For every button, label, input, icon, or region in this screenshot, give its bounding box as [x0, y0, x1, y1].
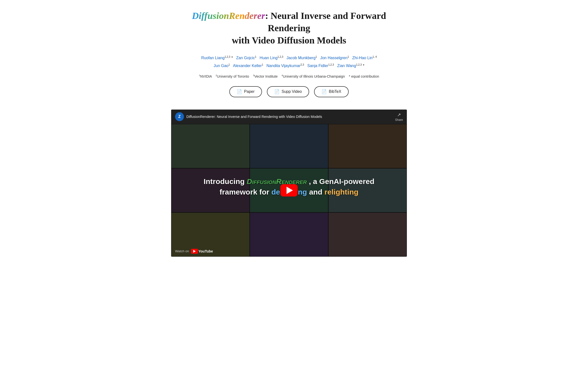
yt-logo-rect: [191, 249, 198, 254]
author-link-zhihao[interactable]: Zhi-Hao Lin: [352, 56, 373, 60]
supp-video-icon: 📄: [274, 89, 280, 94]
author-link-jun[interactable]: Jun Gao: [214, 64, 228, 68]
page-container: DiffusionRenderer: Neural Inverse and Fo…: [171, 10, 407, 257]
author-zian[interactable]: Zian Wang1,2,3 *: [337, 64, 364, 68]
video-header: Z DiffusionRenderer: Neural Inverse and …: [171, 109, 407, 124]
author-jacob[interactable]: Jacob Munkberg1: [287, 56, 320, 60]
author-link-ruofan[interactable]: Ruofan Liang: [201, 56, 224, 60]
affiliations: 1NVIDIA 2University of Toronto 3Vector I…: [199, 74, 379, 78]
author-link-jon[interactable]: Jon Hasselgren: [320, 56, 347, 60]
author-link-sanja[interactable]: Sanja Fidler: [307, 64, 328, 68]
watch-on-text: Watch on: [175, 249, 189, 253]
yt-play-icon: [193, 250, 196, 253]
paper-button[interactable]: 📄 Paper: [229, 86, 262, 97]
author-link-zan[interactable]: Zan Gojcic: [236, 56, 255, 60]
title-section: DiffusionRenderer: Neural Inverse and Fo…: [171, 10, 407, 47]
supp-video-label: Supp Video: [282, 89, 302, 94]
title-line2: with Video Diffusion Models: [171, 34, 407, 47]
author-link-jacob[interactable]: Jacob Munkberg: [287, 56, 316, 60]
author-ruofan[interactable]: Ruofan Liang1,2,3 *: [201, 56, 236, 60]
channel-avatar: Z: [175, 112, 184, 121]
diffusion-renderer-word: DiffusionRenderer: [247, 177, 307, 186]
framework-word: framework for: [220, 188, 271, 196]
play-button[interactable]: [280, 184, 298, 196]
intro-genai: , a GenAI-powered: [309, 177, 375, 186]
author-link-nandita[interactable]: Nandita Vijaykumar: [266, 64, 300, 68]
author-zhihao[interactable]: Zhi-Hao Lin1, 4: [352, 56, 377, 60]
youtube-text: YouTube: [198, 249, 213, 253]
video-preview[interactable]: Introducing DiffusionRenderer , a GenAI-…: [171, 124, 407, 257]
author-link-alexander[interactable]: Alexander Keller: [233, 64, 262, 68]
share-button[interactable]: ↗ Share: [395, 112, 403, 122]
authors-section: Ruofan Liang1,2,3 * Zan Gojcic1 Huan Lin…: [201, 54, 377, 70]
author-sanja[interactable]: Sanja Fidler1,2,3: [307, 64, 337, 68]
video-footer: Watch on YouTube: [175, 249, 213, 254]
author-zan[interactable]: Zan Gojcic1: [236, 56, 260, 60]
author-nandita[interactable]: Nandita Vijaykumar2,3: [266, 64, 307, 68]
bibtex-icon: 📄: [321, 89, 327, 94]
title-colored-word: DiffusionRenderer: [192, 10, 265, 21]
action-buttons: 📄 Paper 📄 Supp Video 📄 BibTeX: [229, 86, 349, 97]
and-word: and: [309, 188, 324, 196]
title-line1: DiffusionRenderer: Neural Inverse and Fo…: [171, 10, 407, 34]
author-link-huan[interactable]: Huan Ling: [260, 56, 278, 60]
author-jon[interactable]: Jon Hasselgren1: [320, 56, 352, 60]
author-alexander[interactable]: Alexander Keller1: [233, 64, 267, 68]
supp-video-button[interactable]: 📄 Supp Video: [267, 86, 309, 97]
paper-label: Paper: [244, 89, 255, 94]
paper-icon: 📄: [237, 89, 242, 94]
youtube-logo[interactable]: YouTube: [191, 249, 213, 254]
video-header-left: Z DiffusionRenderer: Neural Inverse and …: [175, 112, 322, 121]
bibtex-button[interactable]: 📄 BibTeX: [314, 86, 349, 97]
title-rest-line1: : Neural Inverse and Forward Rendering: [265, 10, 386, 33]
bibtex-label: BibTeX: [329, 89, 341, 94]
share-icon: ↗: [397, 112, 401, 118]
video-title-text: DiffusionRenderer: Neural Inverse and Fo…: [186, 115, 322, 119]
affiliation-text: 1NVIDIA 2University of Toronto 3Vector I…: [199, 74, 379, 78]
video-container: Z DiffusionRenderer: Neural Inverse and …: [171, 109, 407, 257]
author-huan[interactable]: Huan Ling1,2,3: [260, 56, 286, 60]
share-label: Share: [395, 118, 403, 122]
author-jun[interactable]: Jun Gao1: [214, 64, 233, 68]
intro-word: Introducing: [203, 177, 247, 186]
author-link-zian[interactable]: Zian Wang: [337, 64, 356, 68]
play-triangle-icon: [287, 187, 293, 194]
relighting-word: relighting: [324, 188, 358, 196]
